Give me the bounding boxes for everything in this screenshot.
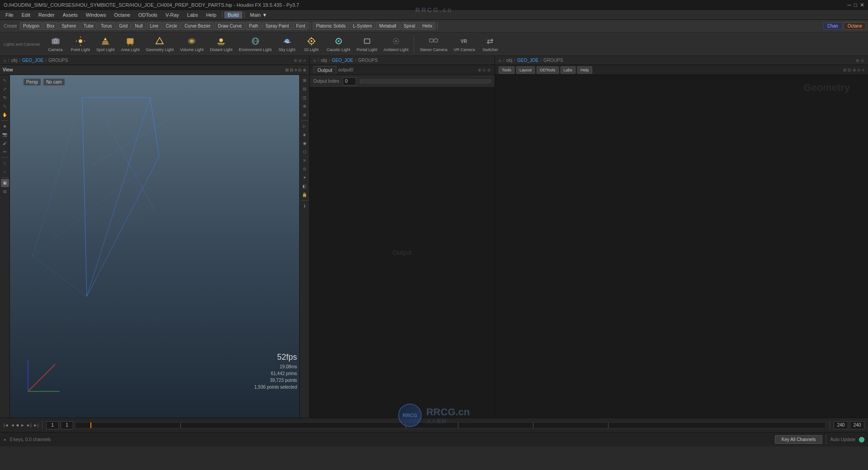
- tb-metaball-btn[interactable]: Metaball: [376, 22, 400, 30]
- tb-lsystem-btn[interactable]: L-System: [350, 22, 375, 30]
- vp-rt-3[interactable]: ◫: [301, 94, 309, 102]
- spot-light-btn[interactable]: Spot Light: [94, 34, 118, 54]
- tb-null-btn[interactable]: Null: [132, 22, 146, 30]
- minimize-btn[interactable]: ─: [847, 2, 851, 8]
- point-light-btn[interactable]: Point Light: [68, 34, 93, 54]
- vp-rt-6[interactable]: ▷: [301, 122, 309, 130]
- tool-handle[interactable]: ◈: [1, 122, 9, 130]
- vp-rt-2[interactable]: ⊟: [301, 85, 309, 93]
- tool-box-sel[interactable]: □: [1, 159, 9, 167]
- tb-line-btn[interactable]: Line: [147, 22, 162, 30]
- maximize-btn[interactable]: □: [854, 2, 857, 8]
- tool-layout1[interactable]: ⊞: [1, 179, 9, 187]
- tool-pose[interactable]: ✋: [1, 111, 9, 119]
- tl-next-frame[interactable]: ►|: [27, 423, 32, 428]
- caustic-light-btn[interactable]: Caustic Light: [324, 34, 353, 54]
- vp-rt-1[interactable]: ⊞: [301, 76, 309, 85]
- portal-light-btn[interactable]: Portal Light: [354, 34, 380, 54]
- mid-bc-geo[interactable]: GEO_JOE: [332, 58, 353, 63]
- bc-geo[interactable]: GEO_JOE: [22, 58, 43, 63]
- tl-stop[interactable]: ■: [16, 423, 19, 428]
- tool-scale[interactable]: ⤡: [1, 102, 9, 110]
- menu-file[interactable]: File: [2, 11, 17, 19]
- mid-bc-obj[interactable]: obj: [321, 58, 327, 63]
- tb-platonic-btn[interactable]: Platonic Solids: [313, 22, 349, 30]
- vp-rt-5[interactable]: ⊘: [301, 111, 309, 119]
- menu-vray[interactable]: V-Ray: [162, 11, 183, 19]
- vp-rt-10[interactable]: ≡: [301, 156, 309, 164]
- tool-select[interactable]: ↖: [1, 76, 9, 85]
- tl-frame-input[interactable]: [46, 421, 59, 429]
- vp-rt-4[interactable]: ⊕: [301, 102, 309, 110]
- tb-path-btn[interactable]: Path: [246, 22, 262, 30]
- rt-labs-btn[interactable]: Labs: [561, 66, 576, 74]
- bc-groups-left[interactable]: GROUPS: [48, 58, 68, 63]
- menu-render[interactable]: Render: [35, 11, 58, 19]
- output-tab[interactable]: Output: [313, 66, 336, 74]
- rt-bc-groups[interactable]: GROUPS: [543, 58, 563, 63]
- tb-sphere-btn[interactable]: Sphere: [58, 22, 79, 30]
- gi-light-btn[interactable]: GI Light: [300, 34, 323, 54]
- node-graph-canvas[interactable]: Geometry: [495, 75, 868, 418]
- tb-grid-btn[interactable]: Grid: [116, 22, 131, 30]
- distant-light-btn[interactable]: Distant Light: [207, 34, 235, 54]
- vp-rt-8[interactable]: ◉: [301, 139, 309, 147]
- menu-assets[interactable]: Assets: [59, 11, 81, 19]
- menu-build[interactable]: Build: [224, 11, 242, 19]
- cam-dropdown[interactable]: No cam: [43, 79, 64, 85]
- key-all-channels-btn[interactable]: Key All Channels: [775, 435, 823, 444]
- tool-camera[interactable]: 📷: [1, 131, 9, 139]
- tb-circle-btn[interactable]: Circle: [163, 22, 181, 30]
- tb-box-btn[interactable]: Box: [43, 22, 57, 30]
- vp-rt-13[interactable]: ◧: [301, 182, 309, 190]
- tool-transform[interactable]: ⤢: [1, 85, 9, 93]
- stereo-camera-btn[interactable]: Stereo Camera: [417, 34, 450, 54]
- tb-spraypaint-btn[interactable]: Spray Paint: [262, 22, 292, 30]
- rt-bc-geo[interactable]: GEO_JOE: [517, 58, 538, 63]
- tl-end-frame-2[interactable]: [850, 421, 864, 429]
- geo-light-btn[interactable]: Geometry Light: [143, 34, 177, 54]
- menu-windows[interactable]: Windows: [82, 11, 110, 19]
- vp-rt-11[interactable]: ⊙: [301, 165, 309, 173]
- rt-tools-btn[interactable]: Tools: [499, 66, 514, 74]
- vr-camera-btn[interactable]: VR VR Camera: [451, 34, 477, 54]
- volume-light-btn[interactable]: Volume Light: [177, 34, 206, 54]
- tl-speed-input[interactable]: [61, 421, 73, 429]
- vp-rt-9[interactable]: ⬡: [301, 148, 309, 156]
- menu-octane[interactable]: Octane: [110, 11, 133, 19]
- ambient-light-btn[interactable]: Ambient Light: [381, 34, 411, 54]
- env-light-btn[interactable]: Environment Light: [236, 34, 274, 54]
- rt-help-btn[interactable]: Help: [577, 66, 592, 74]
- tb-spiral-btn[interactable]: Spiral: [401, 22, 419, 30]
- tool-edit[interactable]: ✏: [1, 148, 9, 156]
- switcher-btn[interactable]: Switcher: [478, 34, 502, 54]
- menu-odtools[interactable]: ODTools: [135, 11, 161, 19]
- menu-labs[interactable]: Labs: [184, 11, 202, 19]
- camera-btn[interactable]: Camera: [44, 34, 67, 54]
- tb-curvebezier-btn[interactable]: Curve Bezier: [181, 22, 214, 30]
- menu-edit[interactable]: Edit: [18, 11, 34, 19]
- tb-torus-btn[interactable]: Torus: [98, 22, 115, 30]
- tb-helix-btn[interactable]: Helix: [419, 22, 435, 30]
- rt-layout-btn[interactable]: Layout: [516, 66, 535, 74]
- tool-lasso[interactable]: ○: [1, 168, 9, 176]
- tb-drawcurve-btn[interactable]: Draw Curve: [215, 22, 245, 30]
- persp-dropdown[interactable]: Persp: [24, 79, 41, 85]
- tb-font-btn[interactable]: Font: [293, 22, 308, 30]
- bc-obj[interactable]: obj: [11, 58, 17, 63]
- tool-rotate[interactable]: ↻: [1, 94, 9, 102]
- rt-odtools-btn[interactable]: ODTools: [537, 66, 559, 74]
- tb-tube-btn[interactable]: Tube: [80, 22, 97, 30]
- tool-paint[interactable]: 🖌: [1, 139, 9, 147]
- vp-rt-info[interactable]: ℹ: [301, 202, 309, 210]
- tl-skip-start[interactable]: |◄: [4, 423, 9, 428]
- tl-end-frame-1[interactable]: [834, 421, 848, 429]
- area-light-btn[interactable]: Area Light: [118, 34, 142, 54]
- menu-main[interactable]: Main ▼: [246, 11, 271, 19]
- viewport[interactable]: ↖ ⤢ ↻ ⤡ ✋ ◈ 📷 🖌 ✏ □ ○ ⊞ ⊟: [0, 75, 309, 418]
- vp-rt-12[interactable]: ✦: [301, 174, 309, 182]
- output-index-input[interactable]: [343, 77, 356, 85]
- sky-light-btn[interactable]: Sky Light: [275, 34, 299, 54]
- menu-help[interactable]: Help: [203, 11, 220, 19]
- mid-bc-groups[interactable]: GROUPS: [358, 58, 377, 63]
